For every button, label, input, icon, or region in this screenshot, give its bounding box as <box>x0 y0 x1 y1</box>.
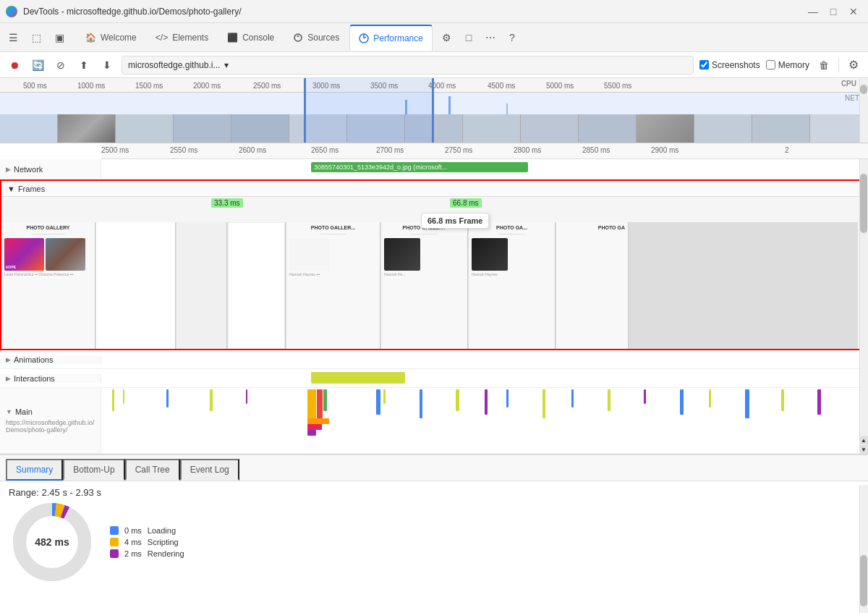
tab-performance[interactable]: Performance <box>349 25 433 51</box>
network-track-content: 30855740301_5133e3942d_o.jpg (microsoft.… <box>101 159 868 179</box>
tab-event-log[interactable]: Event Log <box>180 459 239 481</box>
cpu-label: CPU <box>841 80 856 88</box>
upload-button[interactable]: ⬆ <box>75 56 93 74</box>
network-label[interactable]: ▶ Network <box>0 159 101 179</box>
devtools-menu-btn[interactable]: ☰ <box>3 28 23 48</box>
tab-call-tree[interactable]: Call Tree <box>125 459 180 481</box>
ruler-tick-500: 500 ms <box>22 78 47 93</box>
help-btn[interactable]: ? <box>502 28 522 48</box>
screenshots-checkbox-label[interactable]: Screenshots <box>699 60 760 70</box>
frame-thumb-8: PHOTO GA <box>556 222 629 349</box>
network-bar[interactable]: 30855740301_5133e3942d_o.jpg (microsoft.… <box>311 162 528 172</box>
minimize-button[interactable]: — <box>804 3 822 20</box>
screenshots-checkbox[interactable] <box>699 60 709 69</box>
screenshot-thumb-12 <box>637 114 694 143</box>
refresh-record-button[interactable]: 🔄 <box>29 56 46 74</box>
panel-icon-btn[interactable]: □ <box>459 28 479 48</box>
ruler2-tick-2850: 2850 ms <box>582 146 610 154</box>
frames-header[interactable]: ▼ Frames <box>1 181 867 197</box>
frame-tooltip: 66.8 ms Frame <box>421 213 489 229</box>
close-button[interactable]: ✕ <box>845 3 862 20</box>
frames-content: 33.3 ms 66.8 ms 66.8 ms Frame PHOTO GALL… <box>1 197 867 349</box>
settings-panel-btn[interactable]: ⚙ <box>437 28 457 48</box>
cpu-chart: NET <box>0 93 859 114</box>
frame-badge-2: 66.8 ms <box>450 198 482 208</box>
tab-bar: ☰ ⬚ ▣ 🏠 Welcome </> Elements ⬛ Console S… <box>0 23 868 52</box>
ruler-tick-2000: 2000 ms <box>192 78 221 93</box>
record-button[interactable]: ⏺ <box>6 56 23 74</box>
overview-scrollbar[interactable] <box>859 78 868 143</box>
frame-thumb-5: PHOTO GALLER... ────────── Hannah Haynes… <box>286 222 380 349</box>
bottom-tabs: Summary Bottom-Up Call Tree Event Log <box>0 455 868 481</box>
animations-chevron: ▶ <box>6 356 11 363</box>
ruler2-tick-2550: 2550 ms <box>170 146 197 154</box>
tab-welcome[interactable]: 🏠 Welcome <box>77 25 145 51</box>
download-button[interactable]: ⬇ <box>98 56 116 74</box>
donut-legend: 0 ms Loading 4 ms Scripting 2 ms Renderi… <box>110 526 184 558</box>
main-url: https://microsoftedge.github.io/Demos/ph… <box>6 419 95 434</box>
scroll-down-arrow[interactable]: ▼ <box>859 445 868 454</box>
delete-button[interactable]: 🗑 <box>815 56 833 74</box>
ruler-tick-5000: 5000 ms <box>545 78 574 93</box>
timeline-overview[interactable]: 500 ms 1000 ms 1500 ms 2000 ms 2500 ms 3… <box>0 78 868 143</box>
frames-chevron: ▼ <box>7 185 15 193</box>
performance-icon <box>359 33 369 43</box>
ruler2-tick-2700: 2700 ms <box>376 146 404 154</box>
frame-thumb-2 <box>96 222 176 349</box>
ruler-tick-1000: 1000 ms <box>76 78 105 93</box>
screenshot-thumb-9 <box>463 114 521 143</box>
animations-label[interactable]: ▶ Animations <box>0 355 101 364</box>
memory-checkbox[interactable] <box>766 60 775 69</box>
interaction-bar <box>311 372 405 384</box>
interactions-chevron: ▶ <box>6 375 11 382</box>
more-tabs-btn[interactable]: ⋯ <box>480 28 501 48</box>
main-thread-content <box>101 388 868 453</box>
frame-badge-1: 33.3 ms <box>211 198 243 208</box>
ruler2-tick-2900: 2900 ms <box>651 146 678 154</box>
ruler2-tick-2500: 2500 ms <box>101 146 129 154</box>
scroll-up-arrow[interactable]: ▲ <box>859 436 868 444</box>
screenshots-strip <box>0 114 859 143</box>
bottom-scrollbar[interactable] <box>859 485 868 613</box>
scripting-color <box>110 538 119 546</box>
tab-sources[interactable]: Sources <box>284 25 348 51</box>
interactions-track-row: ▶ Interactions <box>0 369 868 388</box>
sources-icon <box>293 33 303 43</box>
screenshot-thumb-3 <box>116 114 174 143</box>
undock-btn[interactable]: ⬚ <box>26 28 46 48</box>
legend-scripting: 4 ms Scripting <box>110 538 184 546</box>
url-text: microsoftedge.github.i... <box>128 60 220 70</box>
drawer-btn[interactable]: ▣ <box>49 28 69 48</box>
url-dropdown[interactable]: ▾ <box>224 60 229 70</box>
maximize-button[interactable]: □ <box>825 3 842 20</box>
ruler-tick-2500: 2500 ms <box>252 78 281 93</box>
ruler-tick-3500: 3500 ms <box>369 78 398 93</box>
main-thread-label[interactable]: ▼ Main https://microsoftedge.github.io/D… <box>0 388 101 453</box>
frame-screenshots: PHOTO GALLERY ───────────── HOPE Leida P… <box>1 222 858 349</box>
main-panel-scrollbar[interactable]: ▲ ▼ <box>859 159 868 454</box>
ruler-tick-1500: 1500 ms <box>134 78 163 93</box>
tab-summary[interactable]: Summary <box>6 459 63 481</box>
main-thread-row: ▼ Main https://microsoftedge.github.io/D… <box>0 388 868 454</box>
frames-section: ▼ Frames 33.3 ms 66.8 ms 66.8 ms Frame P… <box>0 179 868 350</box>
svg-point-0 <box>294 34 302 41</box>
performance-settings-btn[interactable]: ⚙ <box>845 56 862 74</box>
toolbar: ⏺ 🔄 ⊘ ⬆ ⬇ microsoftedge.github.i... ▾ Sc… <box>0 52 868 78</box>
tab-console[interactable]: ⬛ Console <box>218 25 283 51</box>
timeline-ruler-overview: 500 ms 1000 ms 1500 ms 2000 ms 2500 ms 3… <box>0 78 859 93</box>
memory-checkbox-label[interactable]: Memory <box>766 60 809 70</box>
main-thread-chevron: ▼ <box>6 408 12 415</box>
screenshot-thumb-10 <box>521 114 579 143</box>
rendering-color <box>110 549 119 558</box>
main-label: Main <box>15 407 33 416</box>
clear-button[interactable]: ⊘ <box>52 56 69 74</box>
frames-label: Frames <box>18 185 45 193</box>
donut-wrap: 482 ms 0 ms Loading 4 ms Scripting 2 ms <box>9 507 184 577</box>
title-bar-text: DevTools - microsoftedge.github.io/Demos… <box>23 7 799 17</box>
tab-bottom-up[interactable]: Bottom-Up <box>63 459 124 481</box>
interactions-label[interactable]: ▶ Interactions <box>0 374 101 383</box>
screenshot-thumb-14 <box>752 114 810 143</box>
frame-thumb-3 <box>176 222 227 349</box>
screenshot-thumb-5 <box>231 114 289 143</box>
tab-elements[interactable]: </> Elements <box>147 25 217 51</box>
